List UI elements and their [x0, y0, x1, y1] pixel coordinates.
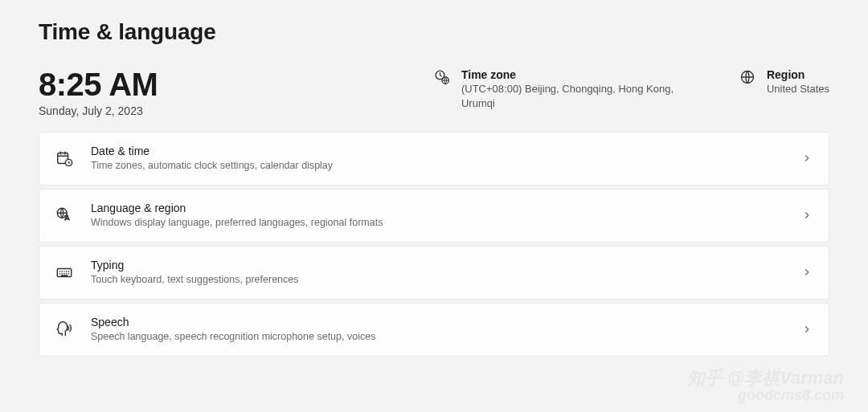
card-title: Language & region — [91, 201, 784, 215]
summary-row: 8:25 AM Sunday, July 2, 2023 Time zone (… — [39, 67, 829, 117]
language-globe-icon — [55, 206, 73, 224]
card-subtitle: Time zones, automatic clock settings, ca… — [91, 158, 784, 173]
watermark-line-1: 知乎 @李祺Varman — [687, 369, 844, 388]
card-speech[interactable]: Speech Speech language, speech recogniti… — [39, 303, 829, 357]
globe-icon — [739, 69, 755, 85]
watermark: 知乎 @李祺Varman goodcms8.com — [687, 369, 844, 404]
timezone-value: (UTC+08:00) Beijing, Chongqing, Hong Kon… — [461, 82, 707, 111]
region-info: Region United States — [739, 67, 829, 96]
clock-globe-icon — [434, 69, 450, 85]
card-title: Typing — [91, 258, 784, 272]
watermark-line-2: goodcms8.com — [687, 388, 844, 404]
card-title: Speech — [91, 315, 784, 329]
clock-block: 8:25 AM Sunday, July 2, 2023 — [39, 67, 280, 117]
timezone-title: Time zone — [461, 67, 707, 82]
card-language-region[interactable]: Language & region Windows display langua… — [39, 189, 829, 243]
chevron-right-icon — [801, 267, 813, 278]
settings-cards: Date & time Time zones, automatic clock … — [39, 132, 829, 357]
keyboard-icon — [55, 263, 73, 281]
timezone-info: Time zone (UTC+08:00) Beijing, Chongqing… — [434, 67, 707, 112]
region-title: Region — [767, 67, 829, 82]
calendar-clock-icon — [55, 149, 73, 167]
card-subtitle: Touch keyboard, text suggestions, prefer… — [91, 272, 784, 288]
chevron-right-icon — [801, 324, 813, 335]
card-subtitle: Windows display language, preferred lang… — [91, 215, 784, 230]
clock-date: Sunday, July 2, 2023 — [39, 104, 280, 117]
chevron-right-icon — [801, 210, 813, 221]
speech-head-icon — [55, 320, 73, 338]
card-typing[interactable]: Typing Touch keyboard, text suggestions,… — [39, 246, 829, 300]
card-title: Date & time — [91, 144, 784, 158]
region-value: United States — [767, 82, 829, 96]
chevron-right-icon — [801, 153, 813, 164]
card-subtitle: Speech language, speech recognition micr… — [91, 329, 784, 345]
clock-time: 8:25 AM — [39, 67, 280, 101]
card-date-time[interactable]: Date & time Time zones, automatic clock … — [39, 132, 829, 186]
page-title: Time & language — [39, 19, 829, 45]
